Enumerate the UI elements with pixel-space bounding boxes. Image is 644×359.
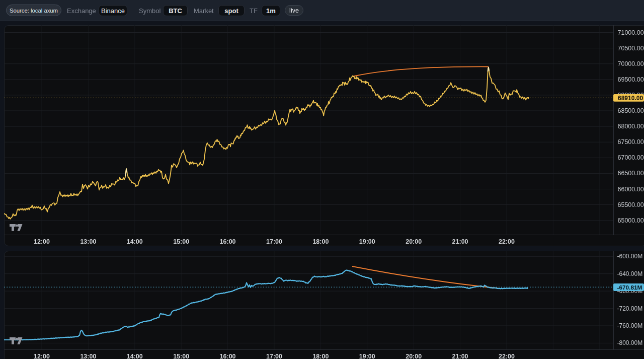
svg-text:71000.00: 71000.00 <box>618 29 644 36</box>
svg-text:65000.00: 65000.00 <box>618 217 644 224</box>
svg-text:-760.00M: -760.00M <box>617 322 643 329</box>
svg-text:15:00: 15:00 <box>173 238 189 245</box>
svg-text:16:00: 16:00 <box>220 353 236 359</box>
svg-text:13:00: 13:00 <box>80 238 96 245</box>
svg-text:-640.00M: -640.00M <box>617 270 643 277</box>
svg-text:67000.00: 67000.00 <box>618 154 644 161</box>
svg-text:18:00: 18:00 <box>312 238 329 245</box>
svg-text:-800.00M: -800.00M <box>617 339 643 346</box>
svg-text:66500.00: 66500.00 <box>618 170 644 177</box>
svg-text:22:00: 22:00 <box>499 353 515 359</box>
svg-text:14:00: 14:00 <box>127 238 143 245</box>
svg-text:-670.81M: -670.81M <box>617 284 642 291</box>
svg-text:65500.00: 65500.00 <box>618 201 644 208</box>
svg-text:15:00: 15:00 <box>173 353 189 359</box>
svg-text:12:00: 12:00 <box>34 353 50 359</box>
svg-text:68000.00: 68000.00 <box>618 123 644 130</box>
svg-text:68500.00: 68500.00 <box>618 107 644 114</box>
svg-text:17:00: 17:00 <box>266 238 282 245</box>
svg-text:70500.00: 70500.00 <box>618 45 644 52</box>
svg-text:13:00: 13:00 <box>80 353 96 359</box>
svg-text:69500.00: 69500.00 <box>618 76 644 83</box>
svg-text:70000.00: 70000.00 <box>618 60 644 67</box>
svg-text:67500.00: 67500.00 <box>618 138 644 146</box>
svg-text:17:00: 17:00 <box>266 353 282 359</box>
svg-text:19:00: 19:00 <box>359 238 375 245</box>
svg-text:12:00: 12:00 <box>34 238 50 245</box>
svg-text:21:00: 21:00 <box>452 238 468 245</box>
svg-text:-720.00M: -720.00M <box>617 305 643 312</box>
svg-text:16:00: 16:00 <box>220 238 236 245</box>
svg-text:19:00: 19:00 <box>359 353 375 359</box>
svg-text:21:00: 21:00 <box>452 353 468 359</box>
svg-text:68910.00: 68910.00 <box>618 95 643 102</box>
svg-text:14:00: 14:00 <box>127 353 143 359</box>
svg-text:20:00: 20:00 <box>406 238 422 245</box>
svg-text:20:00: 20:00 <box>406 353 422 359</box>
svg-text:22:00: 22:00 <box>499 238 515 245</box>
svg-text:66000.00: 66000.00 <box>618 186 644 193</box>
svg-text:-600.00M: -600.00M <box>617 253 643 260</box>
svg-text:18:00: 18:00 <box>312 353 329 359</box>
